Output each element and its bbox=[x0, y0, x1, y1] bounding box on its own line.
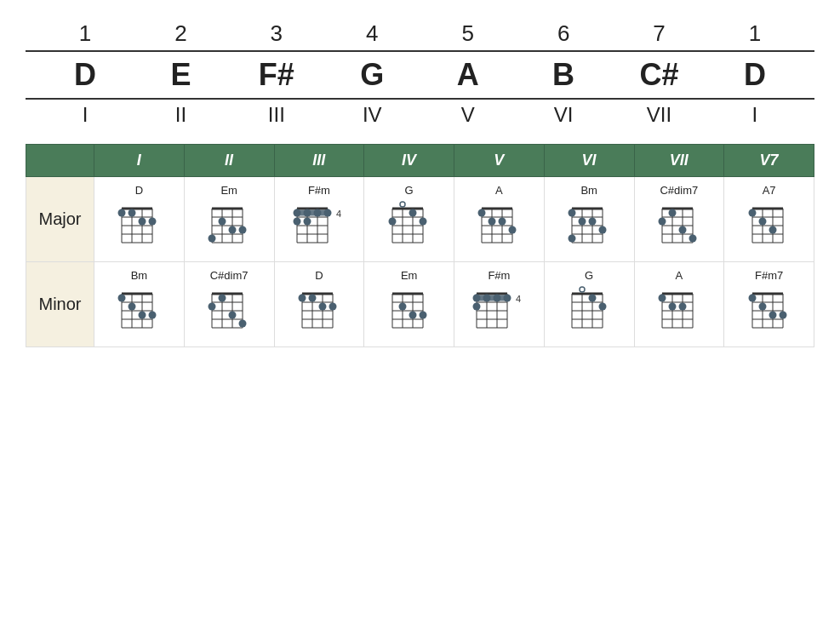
minor-chord-2: D bbox=[274, 262, 364, 347]
svg-point-67 bbox=[499, 218, 506, 226]
scale-number: 4 bbox=[329, 20, 414, 47]
empty-header bbox=[26, 145, 94, 177]
scale-number: 1 bbox=[712, 20, 797, 47]
col-header-VII: VII bbox=[634, 145, 724, 177]
svg-point-39 bbox=[293, 218, 300, 226]
svg-point-52 bbox=[400, 202, 405, 207]
svg-point-172 bbox=[473, 303, 481, 311]
svg-point-12 bbox=[149, 218, 157, 226]
scale-section: 12345671 DEF#GABC#D IIIIIIIVVVIVIII bbox=[26, 17, 814, 130]
scale-roman: I bbox=[43, 103, 128, 127]
scale-roman: I bbox=[712, 103, 797, 127]
major-chord-0: D bbox=[94, 177, 185, 262]
svg-point-209 bbox=[758, 303, 766, 311]
scale-roman: III bbox=[234, 103, 319, 127]
chord-diagram-svg bbox=[115, 285, 163, 338]
svg-point-81 bbox=[599, 226, 607, 234]
chord-name: Em bbox=[188, 184, 271, 197]
svg-point-79 bbox=[579, 218, 586, 226]
scale-note: E bbox=[138, 57, 223, 93]
scale-note: C# bbox=[617, 57, 702, 93]
minor-chord-6: A bbox=[634, 262, 724, 347]
svg-point-145 bbox=[318, 303, 326, 311]
chord-name: D bbox=[278, 269, 361, 282]
scale-number: 1 bbox=[43, 20, 128, 47]
chord-name: Bm bbox=[548, 184, 631, 197]
table-header: IIIIIIIVVVIVIIV7 bbox=[26, 145, 814, 177]
scale-note: G bbox=[329, 57, 414, 93]
major-label: Major bbox=[26, 177, 94, 262]
svg-point-157 bbox=[409, 312, 416, 319]
svg-point-133 bbox=[239, 320, 247, 328]
major-chord-1: Em bbox=[184, 177, 274, 262]
svg-point-211 bbox=[779, 312, 786, 319]
svg-point-107 bbox=[769, 226, 776, 234]
svg-point-105 bbox=[748, 209, 756, 217]
svg-point-55 bbox=[419, 218, 426, 226]
chord-name: G bbox=[368, 184, 450, 197]
svg-point-143 bbox=[298, 295, 306, 302]
chord-diagram-svg bbox=[565, 285, 613, 338]
svg-point-132 bbox=[229, 312, 237, 319]
svg-point-65 bbox=[478, 209, 486, 217]
minor-chord-4: F#m 4 bbox=[454, 262, 545, 347]
chord-name: A bbox=[638, 269, 721, 282]
svg-point-158 bbox=[419, 312, 426, 319]
col-header-VI: VI bbox=[544, 145, 634, 177]
scale-note: A bbox=[426, 57, 511, 93]
col-header-V7: V7 bbox=[724, 145, 814, 177]
svg-point-197 bbox=[668, 303, 676, 311]
svg-point-10 bbox=[129, 209, 136, 217]
svg-point-53 bbox=[409, 209, 416, 217]
scale-note: B bbox=[521, 57, 606, 93]
svg-point-24 bbox=[239, 226, 247, 234]
scale-numbers-row: 12345671 bbox=[26, 17, 814, 50]
scale-number: 2 bbox=[138, 20, 223, 47]
svg-point-130 bbox=[219, 295, 226, 302]
scale-note: D bbox=[712, 57, 797, 93]
major-chord-5: Bm bbox=[544, 177, 634, 262]
svg-text:4: 4 bbox=[516, 294, 521, 304]
svg-point-156 bbox=[398, 303, 406, 311]
chord-diagram-svg: 4 bbox=[470, 285, 528, 338]
scale-notes-row: DEF#GABC#D bbox=[26, 50, 814, 100]
col-header-IV: IV bbox=[364, 145, 454, 177]
chord-diagram-svg bbox=[386, 285, 433, 338]
svg-point-22 bbox=[219, 218, 226, 226]
chord-diagram-svg bbox=[475, 200, 523, 253]
svg-point-185 bbox=[589, 295, 597, 302]
svg-point-118 bbox=[129, 303, 136, 311]
chord-name: F#m bbox=[458, 269, 540, 282]
scale-note: F# bbox=[234, 57, 319, 93]
svg-point-25 bbox=[209, 235, 216, 243]
scale-roman-row: IIIIIIIVVVIVIII bbox=[26, 100, 814, 130]
major-chord-3: G bbox=[364, 177, 454, 262]
minor-chord-5: G bbox=[544, 262, 634, 347]
chord-diagram-svg bbox=[295, 285, 343, 338]
svg-point-92 bbox=[668, 209, 676, 217]
svg-point-23 bbox=[229, 226, 237, 234]
svg-point-184 bbox=[580, 287, 585, 292]
chord-diagram-svg bbox=[746, 285, 793, 338]
chord-name: Bm bbox=[98, 269, 180, 282]
svg-point-186 bbox=[599, 303, 607, 311]
chord-name: C#dim7 bbox=[638, 184, 721, 197]
svg-point-117 bbox=[118, 295, 126, 302]
minor-row: MinorBm C#dim7 D Em F#m 4 G A F#m7 bbox=[26, 262, 814, 347]
chord-diagram-svg bbox=[746, 200, 793, 253]
scale-note: D bbox=[43, 57, 128, 93]
col-header-I: I bbox=[94, 145, 185, 177]
minor-chord-0: Bm bbox=[94, 262, 185, 347]
svg-point-131 bbox=[209, 303, 216, 311]
svg-point-198 bbox=[678, 303, 686, 311]
svg-point-93 bbox=[658, 218, 666, 226]
svg-point-210 bbox=[769, 312, 776, 319]
scale-roman: VI bbox=[521, 103, 606, 127]
col-header-II: II bbox=[184, 145, 274, 177]
chord-diagram-svg bbox=[655, 200, 703, 253]
major-chord-4: A bbox=[454, 177, 545, 262]
svg-point-78 bbox=[569, 209, 576, 217]
chord-name: C#dim7 bbox=[188, 269, 271, 282]
svg-point-40 bbox=[303, 218, 311, 226]
svg-point-11 bbox=[139, 218, 146, 226]
